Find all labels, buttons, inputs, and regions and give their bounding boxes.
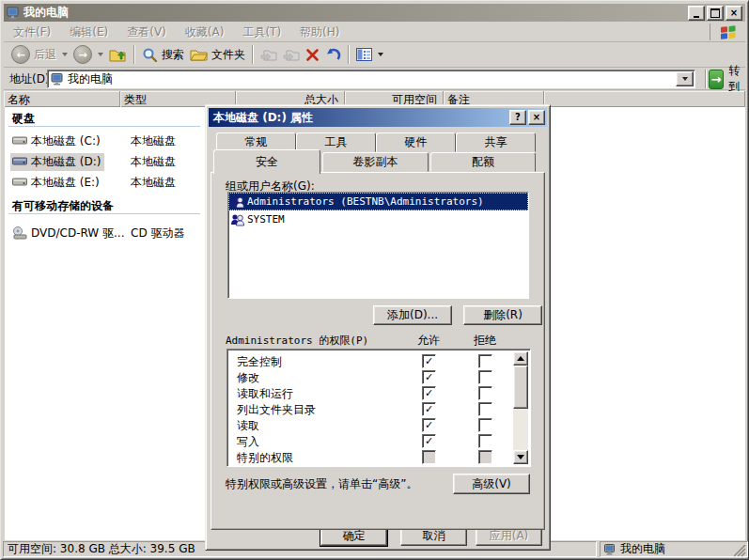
address-bar: 地址(D) 我的电脑 → 转到	[4, 69, 745, 90]
folders-button[interactable]: 文件夹	[187, 45, 248, 65]
allow-checkbox[interactable]: ✓	[422, 386, 436, 400]
deny-checkbox[interactable]	[478, 354, 492, 368]
permissions-for-label: Administrators 的权限(P)	[226, 334, 368, 348]
delete-button[interactable]	[303, 46, 322, 64]
scrollbar-thumb[interactable]	[513, 366, 528, 409]
deny-checkbox[interactable]	[478, 450, 492, 464]
column-header-blank	[544, 91, 745, 107]
dialog-titlebar[interactable]: 本地磁盘 (D:) 属性 ? ×	[209, 108, 547, 127]
menu-view[interactable]: 查看(V)	[117, 23, 176, 42]
permission-row: 修改 ✓	[227, 369, 530, 384]
user-list-item[interactable]: SYSTEM	[228, 210, 528, 228]
views-icon	[356, 48, 372, 61]
allow-checkbox[interactable]: ✓	[422, 354, 436, 368]
user-group-icon	[230, 195, 245, 209]
deny-checkbox[interactable]	[478, 434, 492, 448]
allow-checkbox[interactable]: ✓	[422, 418, 436, 432]
permissions-list: 完全控制 ✓ 修改 ✓ 读取和运行 ✓ 列出文件夹目录 ✓ 读取 ✓	[226, 349, 531, 467]
group-divider	[8, 213, 200, 214]
address-dropdown-button[interactable]	[676, 71, 694, 86]
allow-checkbox[interactable]: ✓	[422, 370, 436, 384]
forward-dropdown-icon[interactable]	[98, 53, 103, 56]
list-item-disk-e[interactable]: 本地磁盘 (E:) 本地磁盘	[10, 174, 103, 191]
copy-to-button[interactable]	[280, 46, 303, 64]
views-dropdown-icon[interactable]	[378, 53, 383, 56]
remove-button[interactable]: 删除(R)	[463, 305, 542, 325]
column-header-name[interactable]: 名称	[4, 91, 120, 107]
status-text: 可用空间: 30.8 GB 总大小: 39.5 GB	[8, 541, 195, 557]
resize-grip[interactable]	[734, 545, 746, 557]
back-dropdown-icon[interactable]	[62, 53, 68, 56]
apply-button-label: 应用(A)	[490, 528, 529, 544]
deny-checkbox[interactable]	[478, 418, 492, 432]
allow-checkbox[interactable]: ✓	[422, 402, 436, 416]
permission-label: 完全控制	[237, 354, 282, 370]
menu-file[interactable]: 文件(F)	[4, 23, 60, 42]
views-button[interactable]	[353, 46, 386, 63]
deny-checkbox[interactable]	[478, 370, 492, 384]
copy-to-icon	[283, 48, 300, 62]
list-item-dvd-drive[interactable]: DVD/CD-RW 驱... CD 驱动器	[10, 225, 128, 241]
list-item-type: 本地磁盘	[131, 175, 176, 191]
minimize-icon	[694, 16, 699, 18]
menu-tools[interactable]: 工具(T)	[233, 23, 290, 42]
list-item-name: DVD/CD-RW 驱...	[31, 226, 124, 241]
cd-drive-icon	[12, 226, 27, 240]
scroll-up-button[interactable]	[513, 351, 528, 366]
menu-help[interactable]: 帮助(H)	[290, 23, 349, 42]
tab-quota[interactable]: 配额	[430, 152, 536, 172]
list-item-name: 本地磁盘 (E:)	[31, 175, 100, 191]
disk-drive-icon	[12, 135, 27, 147]
permission-label: 读取	[237, 418, 259, 434]
maximize-button[interactable]	[707, 6, 724, 21]
advanced-button[interactable]: 高级(V)	[453, 474, 530, 494]
forward-button[interactable]: →	[70, 43, 106, 66]
search-icon	[142, 47, 158, 63]
delete-icon	[305, 48, 320, 62]
move-to-button[interactable]	[257, 46, 280, 64]
scrollbar[interactable]	[513, 351, 528, 464]
deny-checkbox[interactable]	[478, 386, 492, 400]
ok-button-label: 确定	[343, 528, 366, 544]
menu-edit[interactable]: 编辑(E)	[60, 23, 117, 42]
allow-checkbox[interactable]	[422, 450, 436, 464]
search-button[interactable]: 搜索	[139, 45, 187, 65]
window-title: 我的电脑	[23, 5, 69, 21]
properties-dialog: 本地磁盘 (D:) 属性 ? × 常规 工具 硬件 共享 安全 卷影副本 配额 …	[205, 104, 551, 551]
list-item-type: 本地磁盘	[131, 133, 176, 149]
allow-checkbox[interactable]: ✓	[422, 434, 436, 448]
main-window: 我的电脑 × 文件(F) 编辑(E) 查看(V) 收藏(A) 工具(T) 帮助(…	[0, 0, 749, 560]
address-value: 我的电脑	[68, 71, 113, 87]
permission-label: 读取和运行	[237, 386, 293, 402]
minimize-button[interactable]	[688, 6, 705, 21]
back-button[interactable]: ← 后退	[8, 43, 70, 66]
dialog-close-button[interactable]: ×	[528, 110, 545, 125]
undo-button[interactable]	[322, 45, 344, 64]
list-item-name: 本地磁盘 (C:)	[31, 133, 101, 149]
deny-checkbox[interactable]	[478, 402, 492, 416]
disk-drive-icon	[12, 177, 27, 188]
user-list-item[interactable]: Administrators (BESTNB\Administrators)	[228, 193, 528, 210]
dialog-help-button[interactable]: ?	[509, 110, 526, 125]
tab-shadow-copies[interactable]: 卷影副本	[322, 152, 429, 172]
tab-sharing[interactable]: 共享	[456, 132, 536, 152]
scroll-down-button[interactable]	[513, 450, 528, 464]
computer-icon	[604, 544, 616, 555]
up-folder-button[interactable]	[106, 45, 130, 65]
add-button[interactable]: 添加(D)...	[373, 305, 452, 325]
address-input[interactable]: 我的电脑	[47, 70, 695, 88]
menu-favorites[interactable]: 收藏(A)	[176, 23, 234, 42]
tab-hardware[interactable]: 硬件	[376, 132, 456, 152]
window-titlebar[interactable]: 我的电脑 ×	[4, 4, 745, 22]
group-divider	[8, 126, 200, 127]
permission-label: 修改	[237, 370, 259, 386]
list-item-disk-c[interactable]: 本地磁盘 (C:) 本地磁盘	[10, 132, 104, 149]
scroll-down-icon	[517, 455, 524, 459]
go-button[interactable]: → 转到	[709, 63, 745, 95]
list-item-name: 本地磁盘 (D:)	[31, 154, 101, 170]
go-arrow-icon: →	[709, 70, 724, 89]
tab-security[interactable]: 安全	[213, 149, 320, 174]
close-button[interactable]: ×	[726, 6, 742, 21]
list-item-disk-d[interactable]: 本地磁盘 (D:) 本地磁盘	[10, 153, 104, 170]
toolbar-separator	[348, 45, 350, 64]
